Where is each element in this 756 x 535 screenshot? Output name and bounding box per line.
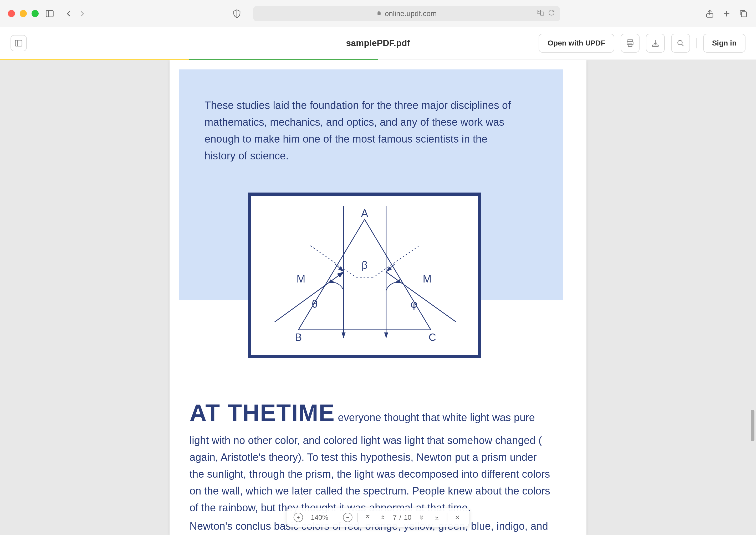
lock-icon (376, 10, 382, 17)
current-page: 7 (393, 514, 397, 521)
close-window-button[interactable] (8, 10, 15, 17)
label-A: A (361, 207, 368, 219)
address-bar[interactable]: online.updf.com (253, 6, 560, 21)
minimize-window-button[interactable] (20, 10, 27, 17)
divider (357, 513, 358, 522)
pdf-page: These studies laid the foundation for th… (170, 60, 586, 535)
sign-in-button[interactable]: Sign in (703, 34, 745, 53)
maximize-window-button[interactable] (32, 10, 39, 17)
divider (446, 513, 447, 522)
back-button[interactable] (64, 9, 73, 18)
svg-line-24 (335, 264, 343, 271)
page-separator: / (399, 514, 401, 521)
zoom-out-button[interactable] (343, 513, 353, 522)
svg-line-23 (327, 272, 343, 290)
svg-rect-9 (15, 40, 22, 46)
svg-rect-14 (652, 45, 658, 46)
download-button[interactable] (646, 34, 665, 53)
first-page-button[interactable] (363, 512, 373, 522)
svg-line-16 (682, 44, 684, 46)
open-with-updf-button[interactable]: Open with UPDF (539, 34, 614, 53)
shield-icon[interactable] (232, 9, 242, 18)
label-phi: φ (411, 298, 418, 310)
document-viewport[interactable]: These studies laid the foundation for th… (0, 60, 756, 535)
body-paragraph-1: everyone thought that white light was pu… (190, 412, 550, 514)
search-button[interactable] (671, 34, 690, 53)
label-C: C (429, 331, 436, 343)
last-page-button[interactable] (431, 512, 442, 522)
panel-toggle-button[interactable] (11, 35, 27, 51)
translate-icon[interactable] (536, 9, 544, 18)
svg-point-15 (678, 40, 682, 45)
svg-rect-8 (742, 12, 747, 17)
total-pages: 10 (404, 514, 411, 521)
sidebar-icon[interactable] (45, 9, 54, 18)
new-tab-icon[interactable] (722, 9, 731, 18)
prev-page-button[interactable] (378, 512, 388, 522)
zoom-page-toolbar: 140% - 7 / 10 (287, 508, 469, 527)
label-beta: β (362, 259, 367, 271)
tabs-icon[interactable] (739, 9, 748, 18)
label-B: B (295, 331, 302, 343)
svg-rect-4 (540, 12, 544, 15)
zoom-in-button[interactable] (294, 513, 303, 522)
svg-marker-17 (298, 219, 431, 330)
page-indicator[interactable]: 7 / 10 (393, 514, 412, 521)
section-heading: AT THETIME (190, 400, 335, 426)
browser-chrome: online.updf.com (0, 0, 756, 27)
svg-rect-0 (46, 11, 53, 17)
url-text: online.updf.com (385, 10, 437, 18)
print-button[interactable] (621, 34, 639, 53)
label-theta: θ (312, 298, 317, 310)
close-toolbar-button[interactable] (452, 512, 462, 522)
nav-arrows (64, 9, 87, 18)
svg-rect-13 (628, 44, 632, 46)
label-M-left: M (297, 273, 305, 285)
window-controls (8, 10, 39, 17)
svg-line-22 (386, 272, 456, 322)
prism-diagram: A B C M M β θ φ (248, 192, 481, 358)
share-icon[interactable] (705, 9, 715, 18)
forward-button[interactable] (78, 9, 87, 18)
prism-svg: A B C M M β θ φ (251, 196, 478, 355)
zoom-dash: - (336, 514, 338, 521)
zoom-level: 140% (308, 514, 332, 521)
label-M-right: M (423, 273, 431, 285)
app-toolbar: samplePDF.pdf Open with UPDF Sign in (0, 27, 756, 59)
document-title: samplePDF.pdf (346, 38, 410, 48)
scrollbar-thumb[interactable] (751, 410, 754, 441)
divider (696, 38, 697, 48)
reload-icon[interactable] (548, 9, 555, 18)
svg-line-20 (275, 272, 343, 322)
callout-text: These studies laid the foundation for th… (204, 97, 520, 164)
next-page-button[interactable] (416, 512, 427, 522)
